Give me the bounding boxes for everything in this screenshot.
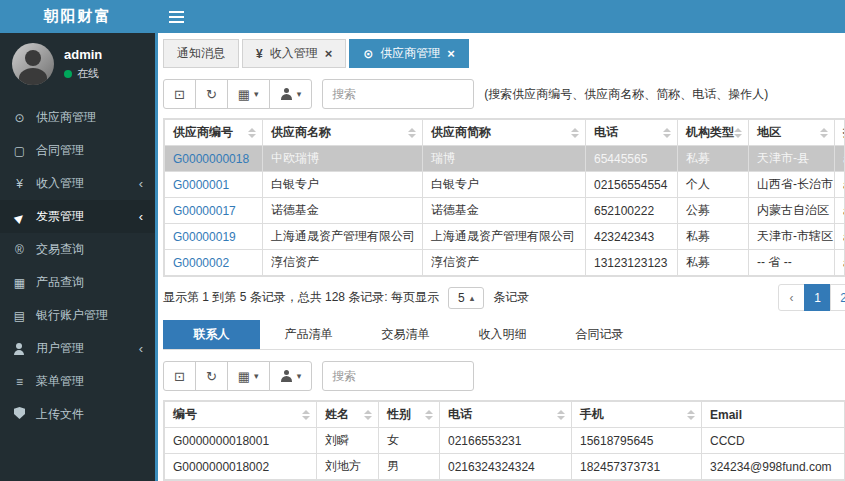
sidebar-item-income-management[interactable]: ¥ 收入管理 ‹ [0, 167, 155, 200]
col-contact-phone[interactable]: 电话 [440, 402, 572, 428]
tab-income-management[interactable]: ¥ 收入管理 × [242, 39, 346, 68]
contact-table: 编号 姓名 性别 电话 手机 Email G0000000018001 刘瞬 女… [164, 401, 845, 480]
supplier-row[interactable]: G00000017 诺德基金 诺德基金 652100222 公募 内蒙古自治区 … [165, 198, 845, 224]
refresh-button[interactable]: ↻ [195, 79, 228, 109]
supplier-id-link[interactable]: G00000019 [173, 230, 236, 244]
detail-tab-products[interactable]: 产品清单 [260, 320, 357, 349]
caret-down-icon: ▾ [254, 89, 259, 99]
main-tab-bar: 通知消息 ¥ 收入管理 × ⊙ 供应商管理 × [163, 39, 845, 68]
columns-icon: ▦ [238, 87, 250, 102]
sidebar-item-label: 产品查询 [36, 274, 84, 291]
supplier-row[interactable]: G0000001 白银专户 白银专户 02156554554 个人 山西省-长治… [165, 172, 845, 198]
pagination-info-suffix: 条记录 [493, 289, 529, 306]
sort-icon[interactable] [408, 128, 416, 138]
contact-table-wrap: 编号 姓名 性别 电话 手机 Email G0000000018001 刘瞬 女… [163, 400, 845, 481]
sort-icon[interactable] [687, 410, 695, 420]
sidebar-item-label: 上传文件 [36, 406, 84, 423]
yen-icon: ¥ [12, 177, 27, 191]
sidebar-item-contract-management[interactable]: ▢ 合同管理 [0, 134, 155, 167]
col-email[interactable]: Email [702, 402, 845, 428]
export-button[interactable]: ▾ [269, 361, 313, 391]
target-icon: ⊙ [363, 47, 373, 61]
supplier-pagination: 显示第 1 到第 5 条记录，总共 128 条记录: 每页显示 5 ▴ 条记录 … [163, 284, 845, 311]
sidebar-item-transaction-query[interactable]: ® 交易查询 [0, 233, 155, 266]
sort-icon[interactable] [364, 410, 372, 420]
online-status-icon [64, 70, 72, 78]
sidebar-item-label: 用户管理 [36, 340, 84, 357]
contact-toolbar: ⊡ ↻ ▦▾ ▾ [163, 361, 845, 391]
hamburger-menu-icon[interactable] [169, 16, 184, 18]
supplier-row[interactable]: G00000019 上海通晟资产管理有限公司 上海通晟资产管理有限公司 4232… [165, 224, 845, 250]
detail-tab-contacts[interactable]: 联系人 [163, 320, 260, 349]
sidebar-item-user-management[interactable]: 用户管理 ‹ [0, 332, 155, 365]
contact-search-input[interactable] [322, 361, 474, 391]
supplier-id-link[interactable]: G0000002 [173, 256, 229, 270]
columns-button[interactable]: ▦▾ [227, 361, 270, 391]
sort-icon[interactable] [820, 128, 828, 138]
caret-up-icon: ▴ [470, 293, 475, 303]
contact-toolbar-buttons: ⊡ ↻ ▦▾ ▾ [163, 361, 312, 391]
sidebar-item-label: 菜单管理 [36, 373, 84, 390]
supplier-search-input[interactable] [322, 79, 474, 109]
detail-tab-bar: 联系人 产品清单 交易清单 收入明细 合同记录 [163, 320, 845, 350]
col-supplier-short-name[interactable]: 供应商简称 [423, 120, 586, 146]
detail-tab-transactions[interactable]: 交易清单 [357, 320, 454, 349]
content-area: 通知消息 ¥ 收入管理 × ⊙ 供应商管理 × ⊡ ↻ ▦▾ ▾ (搜索供应商编… [155, 33, 845, 481]
close-icon[interactable]: × [325, 49, 333, 59]
page-size-dropdown[interactable]: 5 ▴ [448, 287, 484, 309]
supplier-id-link[interactable]: G0000001 [173, 178, 229, 192]
col-operator[interactable]: 操作人 [835, 120, 845, 146]
sort-icon[interactable] [663, 128, 671, 138]
toggle-icon: ⊡ [174, 369, 185, 384]
supplier-id-link[interactable]: G00000017 [173, 204, 236, 218]
col-gender[interactable]: 性别 [379, 402, 440, 428]
detail-tab-contracts[interactable]: 合同记录 [551, 320, 648, 349]
columns-button[interactable]: ▦▾ [227, 79, 270, 109]
pager: ‹ 1 2 [779, 284, 845, 311]
sidebar-item-invoice-management[interactable]: ▶ 发票管理 ‹ [0, 200, 155, 233]
registered-circle-icon: ® [12, 243, 27, 257]
sidebar-item-supplier-management[interactable]: ⊙ 供应商管理 [0, 101, 155, 134]
tab-notifications[interactable]: 通知消息 [163, 39, 239, 68]
sort-icon[interactable] [302, 410, 310, 420]
page-button-1[interactable]: 1 [804, 284, 831, 311]
sidebar-item-bank-account-management[interactable]: ▤ 银行账户管理 [0, 299, 155, 332]
sort-icon[interactable] [734, 128, 742, 138]
contact-row[interactable]: G0000000018002 刘地方 男 0216324324324 18245… [165, 454, 845, 480]
user-panel: admin 在线 [0, 33, 155, 97]
export-person-icon [280, 370, 293, 382]
col-contact-name[interactable]: 姓名 [317, 402, 379, 428]
brand-title: 朝阳财富 [0, 0, 155, 33]
col-mobile[interactable]: 手机 [572, 402, 702, 428]
supplier-row[interactable]: G0000002 淳信资产 淳信资产 13123123123 私募 -- 省 -… [165, 250, 845, 276]
toggle-view-button[interactable]: ⊡ [163, 79, 196, 109]
supplier-id-link[interactable]: G0000000018 [173, 152, 249, 166]
close-icon[interactable]: × [447, 49, 455, 59]
prev-page-button[interactable]: ‹ [778, 284, 805, 311]
supplier-row[interactable]: G0000000018 中欧瑞博 瑞博 65445565 私募 天津市-县 ad… [165, 146, 845, 172]
refresh-button[interactable]: ↻ [195, 361, 228, 391]
page-size-value: 5 [458, 291, 465, 305]
sort-icon[interactable] [248, 128, 256, 138]
user-status: 在线 [64, 66, 102, 81]
sidebar-item-upload-file[interactable]: 上传文件 [0, 398, 155, 431]
col-supplier-id[interactable]: 供应商编号 [165, 120, 263, 146]
sidebar: 朝阳财富 admin 在线 ⊙ 供应商管理 ▢ 合同管理 ¥ 收入管理 ‹ ▶ … [0, 0, 155, 481]
col-institution-type[interactable]: 机构类型 [678, 120, 749, 146]
contact-row[interactable]: G0000000018001 刘瞬 女 02166553231 15618795… [165, 428, 845, 454]
detail-tab-income[interactable]: 收入明细 [454, 320, 551, 349]
page-button-2[interactable]: 2 [830, 284, 845, 311]
col-region[interactable]: 地区 [749, 120, 835, 146]
col-phone[interactable]: 电话 [586, 120, 678, 146]
sort-icon[interactable] [557, 410, 565, 420]
export-button[interactable]: ▾ [269, 79, 313, 109]
col-supplier-name[interactable]: 供应商名称 [263, 120, 423, 146]
supplier-search-hint: (搜索供应商编号、供应商名称、简称、电话、操作人) [484, 86, 768, 103]
sort-icon[interactable] [571, 128, 579, 138]
toggle-view-button[interactable]: ⊡ [163, 361, 196, 391]
tab-supplier-management[interactable]: ⊙ 供应商管理 × [349, 39, 469, 68]
col-contact-id[interactable]: 编号 [165, 402, 317, 428]
sidebar-item-menu-management[interactable]: ≡ 菜单管理 [0, 365, 155, 398]
sort-icon[interactable] [425, 410, 433, 420]
sidebar-item-product-query[interactable]: ▦ 产品查询 [0, 266, 155, 299]
